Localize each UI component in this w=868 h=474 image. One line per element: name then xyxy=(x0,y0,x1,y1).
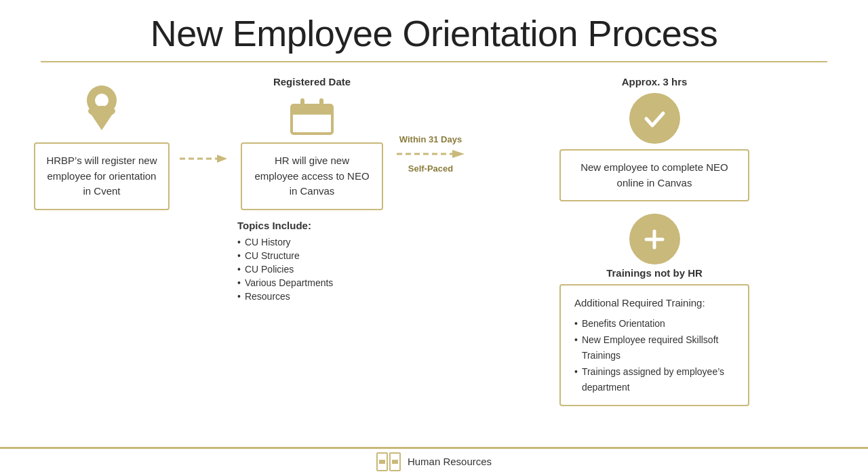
list-item: CU History xyxy=(237,235,333,249)
hr-text: HR will give new employee access to NEO … xyxy=(254,155,369,197)
list-item: New Employee required Skillsoft Training… xyxy=(574,332,734,363)
checkmark-icon xyxy=(641,105,668,132)
svg-rect-10 xyxy=(294,117,330,131)
list-item: Benefits Orientation xyxy=(574,315,734,332)
list-item: CU Policies xyxy=(237,262,333,276)
footer-text: Human Resources xyxy=(408,456,492,467)
neo-box: New employee to complete NEO online in C… xyxy=(559,149,749,201)
list-item: Resources xyxy=(237,290,333,303)
arrow-label-top: Within 31 Days xyxy=(399,134,462,144)
svg-point-3 xyxy=(88,106,115,117)
svg-marker-5 xyxy=(217,155,227,163)
page-title: New Employee Orientation Process xyxy=(41,12,827,54)
list-item: Various Departments xyxy=(237,276,333,290)
svg-rect-18 xyxy=(392,460,398,464)
hrbp-text: HRBP’s will register new employee for or… xyxy=(46,155,157,197)
arrow-label-bottom: Self-Paced xyxy=(408,163,453,174)
trainings-label: Trainings not by HR xyxy=(606,267,703,279)
arrow-1 xyxy=(176,152,231,165)
approx-label: Approx. 3 hrs xyxy=(622,76,688,87)
footer: Human Resources xyxy=(0,447,868,474)
main-content: HRBP’s will register new employee for or… xyxy=(0,62,868,447)
training-title: Additional Required Training: xyxy=(574,295,734,311)
training-box: Additional Required Training: Benefits O… xyxy=(559,284,749,406)
check-circle-icon xyxy=(629,93,680,144)
hr-box: HR will give new employee access to NEO … xyxy=(241,142,383,210)
svg-point-1 xyxy=(95,94,108,107)
svg-rect-17 xyxy=(379,460,385,464)
column-1: HRBP’s will register new employee for or… xyxy=(27,83,176,210)
page: New Employee Orientation Process HRBP’s … xyxy=(0,0,868,474)
list-item: Trainings assigned by employee’s departm… xyxy=(574,363,734,395)
dashed-arrow-2 xyxy=(397,147,465,161)
training-list: Benefits Orientation New Employee requir… xyxy=(574,315,734,395)
topics-section: Topics Include: CU History CU Structure … xyxy=(237,220,333,303)
svg-rect-8 xyxy=(300,98,304,111)
topics-list: CU History CU Structure CU Policies Vari… xyxy=(237,235,333,303)
dashed-arrow-1 xyxy=(180,152,227,165)
plus-icon xyxy=(641,226,668,253)
svg-rect-7 xyxy=(292,105,332,115)
hr-logo-icon xyxy=(376,452,401,471)
location-icon xyxy=(81,83,122,132)
column-3: Approx. 3 hrs New employee to complete N… xyxy=(468,76,841,406)
neo-text: New employee to complete NEO online in C… xyxy=(580,161,728,189)
hrbp-box: HRBP’s will register new employee for or… xyxy=(34,142,170,210)
svg-marker-12 xyxy=(452,150,465,158)
registered-label: Registered Date xyxy=(273,76,351,87)
calendar-icon xyxy=(288,93,336,137)
title-section: New Employee Orientation Process xyxy=(0,0,868,61)
arrow-2-container: Within 31 Days Self-Paced xyxy=(393,134,468,174)
svg-rect-9 xyxy=(319,98,323,111)
topics-title: Topics Include: xyxy=(237,220,333,231)
column-2: Registered Date HR will give new employe… xyxy=(231,76,393,303)
list-item: CU Structure xyxy=(237,249,333,262)
plus-circle-icon xyxy=(629,214,680,264)
